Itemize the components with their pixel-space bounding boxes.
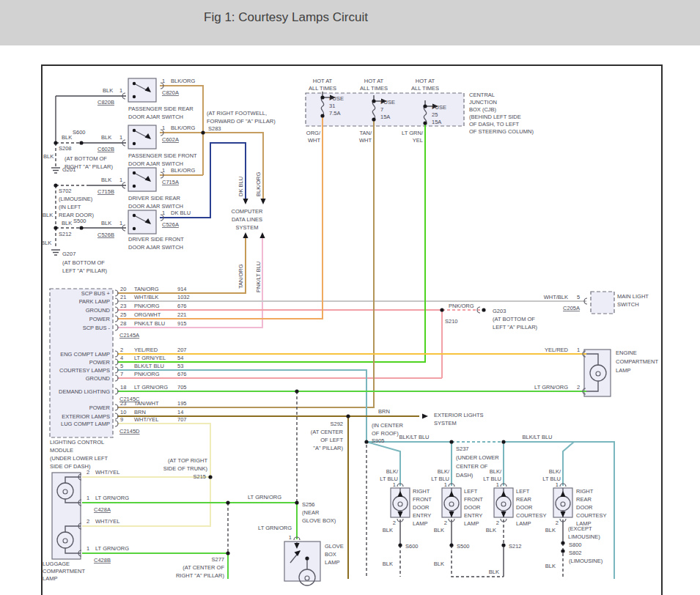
title-bar: Fig 1: Courtesy Lamps Circuit (0, 0, 700, 45)
diagram-label: 21 (120, 294, 126, 300)
connector-link[interactable]: C2145D (119, 428, 140, 435)
diagram-label: LIGHTING CONTROL (50, 439, 104, 446)
diagram-label: 1 (393, 481, 396, 488)
connector-link[interactable]: C602B (97, 146, 114, 152)
splice-dot (226, 551, 229, 555)
switch-contact-icon (133, 171, 136, 174)
wire-tap-lamp4 (563, 442, 574, 486)
diagram-label: S500 (73, 218, 86, 224)
splice-dot (561, 541, 564, 544)
splice-dot (501, 440, 505, 443)
diagram-label: DOOR AJAR SWITCH (128, 203, 183, 210)
diagram-label: PNK/LT BLU (255, 262, 262, 292)
diagram-label: COMPUTER (232, 208, 264, 215)
switch-contact-icon (133, 82, 136, 85)
diagram-label: 14 (177, 409, 183, 415)
diagram-label: BLK (545, 527, 556, 533)
diagram-label: LT GRN/ORG (95, 495, 129, 501)
diagram-label: 207 (177, 347, 187, 353)
arrow-icon (422, 413, 428, 418)
connector-link[interactable]: C820A (162, 89, 179, 96)
diagram-label: 7 (380, 106, 383, 113)
diagram-label: 5 (120, 363, 123, 369)
diagram-label: G201 (62, 166, 75, 173)
diagram-label: BLK (486, 527, 496, 533)
diagram-label: 7 (120, 371, 123, 377)
diagram-label: HOT AT (313, 78, 333, 84)
diagram-label: DOOR (413, 504, 430, 511)
diagram-label: 1 (556, 481, 559, 488)
connector-link[interactable]: C428A (94, 506, 111, 513)
diagram-label: JUNCTION (469, 99, 497, 106)
connector-link[interactable]: C2145A (119, 332, 139, 339)
diagram-label: BLK/ (386, 468, 399, 475)
splice-dot (320, 114, 324, 117)
splice-dot (305, 556, 309, 560)
splice-dot (201, 130, 205, 134)
diagram-label: 7.5A (329, 110, 340, 117)
diagram-label: BLK/ORG (171, 125, 196, 131)
connector-pin-icon (115, 413, 118, 419)
diagram-label: 23 (120, 400, 126, 407)
connector-pin-icon (115, 307, 118, 313)
connector-link[interactable]: C428B (94, 557, 111, 563)
diagram-label: BLK (434, 527, 444, 533)
connector-link[interactable]: C715B (97, 188, 114, 195)
diagram-label: 1 (496, 481, 499, 488)
connector-link[interactable]: C526A (162, 221, 179, 228)
diagram-label: S600 (405, 543, 419, 550)
diagram-label: PASSENGER SIDE FRONT (128, 152, 197, 159)
diagram-label: COURTESY (576, 512, 607, 519)
diagram-label: 2 (556, 520, 559, 526)
connector-link[interactable]: C205A (563, 305, 580, 311)
diagram-label: DASH) (456, 472, 474, 478)
diagram-label: RIGHT (576, 488, 594, 495)
diagram-label: S800 (569, 542, 582, 548)
diagram-label: 53 (177, 363, 183, 369)
diagram-label: BLK (101, 134, 111, 141)
diagram-label: 1 (86, 545, 89, 552)
diagram-label: ALL TIMES (411, 85, 439, 92)
diagram-label: 915 (177, 320, 187, 327)
splice-dot (372, 99, 375, 103)
splice-dot (54, 183, 57, 187)
diagram-label: 1 (162, 78, 165, 84)
splice-dot (208, 475, 212, 478)
connector-pin-icon (115, 290, 118, 296)
connector-link[interactable]: C715A (162, 179, 179, 185)
diagram-label: RIGHT (413, 488, 430, 495)
diagram-label: ENTRY (413, 512, 431, 519)
diagram-label: BLK (101, 220, 111, 226)
diagram-label: DOOR AJAR SWITCH (128, 114, 183, 120)
diagram-label: 1 (162, 210, 165, 216)
diagram-label: BRN (134, 409, 146, 415)
diagram-label: COMPARTMENT (43, 568, 85, 574)
diagram-label: (AT BOTTOM OF (62, 259, 105, 266)
connector-link[interactable]: C602A (162, 136, 179, 143)
diagram-label: ALL TIMES (360, 85, 388, 92)
arrow-icon (259, 232, 265, 238)
diagram-label: FORWARD OF "A" PILLAR) (207, 118, 276, 125)
diagram-label: BOX (325, 551, 336, 558)
diagram-label: LT GRN/ORG (534, 384, 568, 391)
diagram-label: BLK/LT BLU (134, 363, 164, 369)
diagram-label: WHT/BLK (544, 294, 568, 300)
switch-contact-icon (133, 185, 136, 188)
connector-link[interactable]: C820B (97, 99, 114, 106)
box-luggage-compartment-lamp (52, 473, 81, 559)
diagram-label: BLK (43, 153, 54, 160)
diagram-label: MAIN LIGHT (617, 293, 649, 300)
connector-pin-icon (115, 388, 118, 394)
connector-pin-icon (115, 316, 118, 322)
splice-dot (54, 226, 57, 229)
diagram-label: LAMP (464, 520, 479, 527)
diagram-label: FUSE (432, 104, 446, 111)
diagram-label: 2 (444, 520, 447, 526)
diagram-label: (AT BOTTOM OF (65, 155, 107, 162)
diagram-label: 707 (177, 416, 187, 423)
diagram-label: 676 (177, 303, 187, 309)
connector-link[interactable]: C526B (97, 232, 114, 238)
diagram-label: LEFT (516, 488, 530, 495)
diagram-label: FRONT (464, 496, 483, 503)
diagram-label: 31 (329, 103, 335, 109)
